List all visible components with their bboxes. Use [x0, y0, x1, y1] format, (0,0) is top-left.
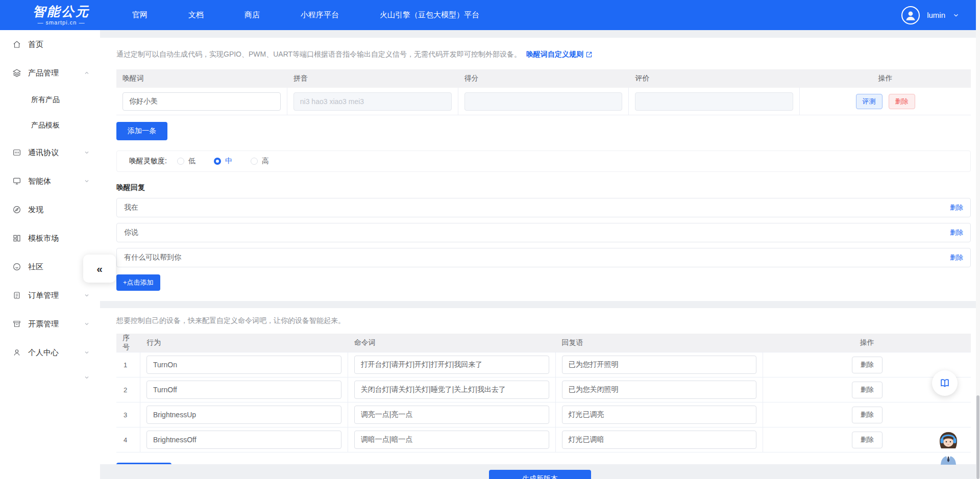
add-reply-button[interactable]: +点击添加 [116, 274, 160, 291]
config-card: 通过定制可以自动生成代码，实现GPIO、PWM、UART等端口根据语音指令输出自… [100, 38, 980, 464]
reply-input[interactable] [562, 431, 757, 449]
sidebar-item-home[interactable]: 首页 [0, 30, 100, 59]
sidebar-item-label: 产品模板 [31, 121, 60, 130]
col-header-actions: 操作 [763, 334, 971, 352]
generate-version-button[interactable]: 生成新版本 [489, 470, 591, 479]
layout-icon [12, 234, 21, 243]
sidebar-item-label: 智能体 [28, 177, 51, 186]
action-input[interactable] [146, 406, 341, 424]
wake-sensitivity-radio-group: 低 中 高 [177, 157, 269, 166]
command-input[interactable] [354, 431, 549, 449]
command-intro-text: 想要控制自己的设备，快来配置自定义命令词吧，让你的设备智能起来。 [116, 316, 971, 325]
chevron-down-icon [84, 149, 90, 156]
sidebar-item-label: 产品管理 [28, 68, 59, 78]
sidebar-item-label: 所有产品 [31, 95, 60, 105]
nav-menu: 官网 文档 商店 小程序平台 火山引擎（豆包大模型）平台 [132, 10, 479, 20]
username-label[interactable]: lumin [927, 11, 945, 19]
sidebar: 首页 产品管理 所有产品 产品模板 通讯协议 智能体 发现 [0, 30, 100, 479]
sidebar-item-label: 订单管理 [28, 291, 59, 300]
main-content: 通过定制可以自动生成代码，实现GPIO、PWM、UART等端口根据语音指令输出自… [100, 30, 980, 479]
command-table-header: 序号 行为 命令词 回复语 操作 [116, 334, 971, 352]
delete-command-button[interactable]: 删除 [852, 382, 883, 398]
scrollbar[interactable] [976, 0, 980, 479]
pinyin-input [293, 92, 452, 111]
nav-item-official-site[interactable]: 官网 [132, 10, 148, 20]
assistant-avatar[interactable] [936, 431, 961, 465]
sidebar-item-communication-protocol[interactable]: 通讯协议 [0, 138, 100, 167]
wake-word-rules-link[interactable]: 唤醒词自定义规则 [526, 50, 593, 59]
col-header-wake-word: 唤醒词 [116, 69, 287, 88]
wake-word-input[interactable] [122, 92, 281, 111]
col-header-index: 序号 [116, 334, 140, 352]
command-input[interactable] [354, 356, 549, 374]
nav-item-miniprogram-platform[interactable]: 小程序平台 [301, 10, 339, 20]
wake-reply-text[interactable]: 我在 [124, 203, 950, 212]
app-root: 智能公元 — smartpi.cn — 官网 文档 商店 小程序平台 火山引擎（… [0, 0, 980, 479]
delete-reply-link[interactable]: 删除 [950, 253, 963, 262]
reply-input[interactable] [562, 381, 757, 399]
sidebar-item-personal-center[interactable]: 个人中心 [0, 338, 100, 367]
wake-word-rules-link-label: 唤醒词自定义规则 [526, 50, 583, 59]
command-input[interactable] [354, 381, 549, 399]
nav-item-docs[interactable]: 文档 [188, 10, 204, 20]
row-index: 1 [116, 352, 140, 377]
col-header-reply: 回复语 [556, 334, 764, 352]
nav-item-volcengine-platform[interactable]: 火山引擎（豆包大模型）平台 [380, 10, 479, 20]
sidebar-collapse-button[interactable]: « [83, 255, 116, 283]
intro-text-body: 通过定制可以自动生成代码，实现GPIO、PWM、UART等端口根据语音指令输出自… [116, 50, 521, 58]
user-avatar-icon[interactable] [901, 6, 920, 24]
sidebar-item-discover[interactable]: 发现 [0, 195, 100, 224]
section-divider [100, 301, 980, 308]
sensitivity-radio-high[interactable]: 高 [251, 157, 269, 166]
radio-checked-icon [214, 158, 221, 165]
delete-reply-link[interactable]: 删除 [950, 228, 963, 237]
docs-float-button[interactable] [932, 370, 958, 396]
command-table: 序号 行为 命令词 回复语 操作 1 删除 2 [116, 334, 971, 452]
chevron-down-icon[interactable] [952, 12, 960, 19]
radio-icon [251, 158, 258, 165]
sidebar-item-agent[interactable]: 智能体 [0, 167, 100, 195]
col-header-score: 得分 [458, 69, 629, 88]
home-icon [12, 40, 21, 49]
document-icon [12, 291, 21, 300]
scrollbar-thumb[interactable] [976, 395, 979, 479]
delete-command-button[interactable]: 删除 [852, 432, 883, 448]
wake-reply-text[interactable]: 你说 [124, 228, 950, 237]
sidebar-item-invoice-management[interactable]: 开票管理 [0, 310, 100, 338]
brand-title: 智能公元 [23, 5, 100, 18]
command-table-row: 2 删除 [116, 377, 971, 402]
action-input[interactable] [146, 431, 341, 449]
sidebar-item-template-market[interactable]: 模板市场 [0, 224, 100, 253]
brand-subtitle: — smartpi.cn — [23, 19, 100, 26]
action-input[interactable] [146, 356, 341, 374]
chevron-down-icon [84, 292, 90, 298]
delete-command-button[interactable]: 删除 [852, 357, 883, 373]
reply-input[interactable] [562, 406, 757, 424]
sidebar-item-all-products[interactable]: 所有产品 [0, 87, 100, 113]
compass-icon [12, 205, 21, 214]
protocol-icon [12, 148, 21, 157]
action-input[interactable] [146, 381, 341, 399]
brand-logo[interactable]: 智能公元 — smartpi.cn — [23, 5, 100, 26]
command-input[interactable] [354, 406, 549, 424]
layers-icon [12, 68, 21, 78]
reply-input[interactable] [562, 356, 757, 374]
sidebar-item-product-templates[interactable]: 产品模板 [0, 113, 100, 138]
evaluation-input [635, 92, 793, 111]
sidebar-item-product-management[interactable]: 产品管理 [0, 59, 100, 87]
sidebar-item-extra[interactable] [0, 367, 100, 388]
nav-item-shop[interactable]: 商店 [244, 10, 260, 20]
delete-command-button[interactable]: 删除 [852, 407, 883, 423]
evaluate-button[interactable]: 评测 [856, 94, 883, 109]
wake-reply-text[interactable]: 有什么可以帮到你 [124, 253, 950, 262]
sensitivity-radio-medium[interactable]: 中 [214, 157, 232, 166]
sensitivity-radio-low[interactable]: 低 [177, 157, 195, 166]
wake-word-table: 唤醒词 拼音 得分 评价 操作 评测 删除 [116, 69, 971, 115]
delete-wake-word-button[interactable]: 删除 [889, 94, 915, 109]
assistant-girl-icon [936, 431, 961, 465]
sidebar-item-order-management[interactable]: 订单管理 [0, 281, 100, 310]
chevron-down-icon [84, 374, 90, 381]
delete-reply-link[interactable]: 删除 [950, 203, 963, 212]
col-header-action: 行为 [140, 334, 348, 352]
add-wake-word-button[interactable]: 添加一条 [116, 122, 167, 140]
